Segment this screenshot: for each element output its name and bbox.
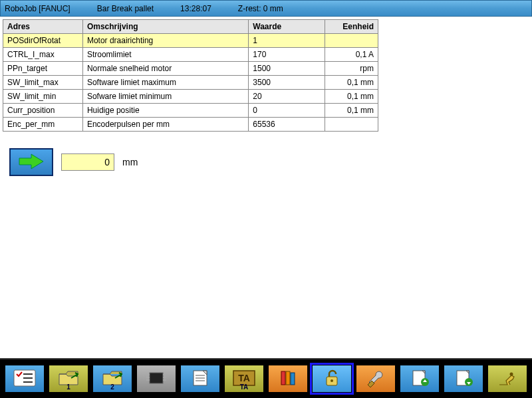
cell-adres: SW_limit_min — [3, 90, 83, 104]
arrow-right-icon — [18, 153, 45, 172]
cell-eenheid: 0,1 mm — [325, 76, 378, 90]
checklist-icon — [13, 369, 37, 389]
cell-omschrijving: Software limiet maximum — [82, 76, 248, 90]
unlock-icon — [320, 369, 344, 389]
svg-rect-20 — [291, 373, 295, 385]
toolbar-checklist-button[interactable] — [4, 364, 45, 393]
col-waarde: Waarde — [249, 20, 325, 34]
cell-eenheid — [325, 118, 378, 132]
cell-omschrijving: Normale snelheid motor — [82, 62, 248, 76]
page-up-icon — [408, 369, 432, 389]
table-row[interactable]: SW_limit_maxSoftware limiet maximum35000… — [3, 76, 378, 90]
action-row: 0 mm — [3, 148, 529, 176]
z-rest: Z-rest: 0 mm — [238, 4, 283, 13]
cell-omschrijving: Huidige positie — [82, 104, 248, 118]
toolbar-page-up-button[interactable] — [399, 364, 440, 393]
app-name: RoboJob [FANUC] — [5, 4, 70, 13]
toolbar-unlock-button[interactable] — [311, 364, 352, 393]
cell-eenheid: 0,1 mm — [325, 90, 378, 104]
cell-adres: Enc_per_mm — [3, 118, 83, 132]
toolbar-robot-arm-button[interactable] — [487, 364, 528, 393]
cell-waarde: 1500 — [249, 62, 325, 76]
cell-waarde: 1 — [249, 34, 325, 48]
table-row[interactable]: SW_limit_minSofware limiet minimum200,1 … — [3, 90, 378, 104]
cell-adres: PPn_target — [3, 62, 83, 76]
robot-arm-icon — [495, 369, 519, 389]
job-name: Bar Break pallet — [97, 4, 154, 13]
cell-waarde: 3500 — [249, 76, 325, 90]
toolbar-folder-1-button[interactable]: 1 — [48, 364, 89, 393]
toolbar-sublabel: 1 — [66, 383, 70, 391]
page-down-icon — [452, 369, 475, 389]
col-adres: Adres — [3, 20, 83, 34]
table-row[interactable]: Enc_per_mmEncoderpulsen per mm65536 — [3, 118, 378, 132]
toolbar-sublabel: 2 — [110, 383, 114, 391]
toolbar-sublabel: TA — [240, 383, 249, 391]
cell-eenheid: rpm — [325, 62, 378, 76]
cell-omschrijving: Encoderpulsen per mm — [82, 118, 248, 132]
parameter-table: Adres Omschrijving Waarde Eenheid POSdir… — [3, 19, 378, 132]
status-bar: RoboJob [FANUC] Bar Break pallet 13:28:0… — [0, 0, 532, 17]
cell-omschrijving: Sofware limiet minimum — [82, 90, 248, 104]
cell-adres: SW_limit_max — [3, 76, 83, 90]
document-icon — [188, 369, 212, 389]
toolbar-folder-2-button[interactable]: 2 — [92, 364, 133, 393]
main-content: Adres Omschrijving Waarde Eenheid POSdir… — [0, 17, 532, 358]
books-icon — [276, 369, 300, 389]
cell-waarde: 65536 — [249, 118, 325, 132]
col-omschrijving: Omschrijving — [82, 20, 248, 34]
cell-omschrijving: Motor draairichting — [82, 34, 248, 48]
toolbar-wrench-button[interactable] — [355, 364, 396, 393]
svg-point-29 — [510, 373, 513, 376]
cell-waarde: 170 — [249, 48, 325, 62]
col-eenheid: Eenheid — [325, 20, 378, 34]
cell-eenheid: 0,1 mm — [325, 104, 378, 118]
table-row[interactable]: CTRL_I_maxStroomlimiet1700,1 A — [3, 48, 378, 62]
svg-rect-4 — [150, 373, 163, 383]
clock: 13:28:07 — [180, 4, 211, 13]
toolbar-books-button[interactable] — [267, 364, 309, 393]
cell-eenheid — [325, 34, 378, 48]
svg-rect-18 — [281, 371, 285, 385]
table-row[interactable]: Curr_positionHuidige positie00,1 mm — [3, 104, 378, 118]
cell-waarde: 0 — [249, 104, 325, 118]
toolbar-chip-button[interactable] — [136, 364, 177, 393]
cell-eenheid: 0,1 A — [325, 48, 378, 62]
toolbar-document-button[interactable] — [180, 364, 221, 393]
table-header-row: Adres Omschrijving Waarde Eenheid — [3, 20, 378, 34]
table-row[interactable]: PPn_targetNormale snelheid motor1500rpm — [3, 62, 378, 76]
cell-adres: POSdirOfRotat — [3, 34, 83, 48]
table-row[interactable]: POSdirOfRotatMotor draairichting1 — [3, 34, 378, 48]
toolbar-page-down-button[interactable] — [443, 364, 484, 393]
cell-adres: CTRL_I_max — [3, 48, 83, 62]
svg-rect-19 — [286, 371, 290, 385]
wrench-icon — [364, 369, 388, 389]
value-unit: mm — [122, 157, 138, 167]
svg-point-22 — [331, 379, 333, 382]
chip-icon — [144, 369, 168, 389]
cell-omschrijving: Stroomlimiet — [82, 48, 248, 62]
cell-adres: Curr_position — [3, 104, 83, 118]
toolbar-ta-button[interactable]: TATA — [223, 364, 265, 393]
value-input[interactable]: 0 — [61, 153, 114, 171]
cell-waarde: 20 — [249, 90, 325, 104]
go-button[interactable] — [9, 148, 53, 176]
svg-text:TA: TA — [238, 373, 250, 383]
bottom-toolbar: 12TATA — [0, 358, 532, 398]
